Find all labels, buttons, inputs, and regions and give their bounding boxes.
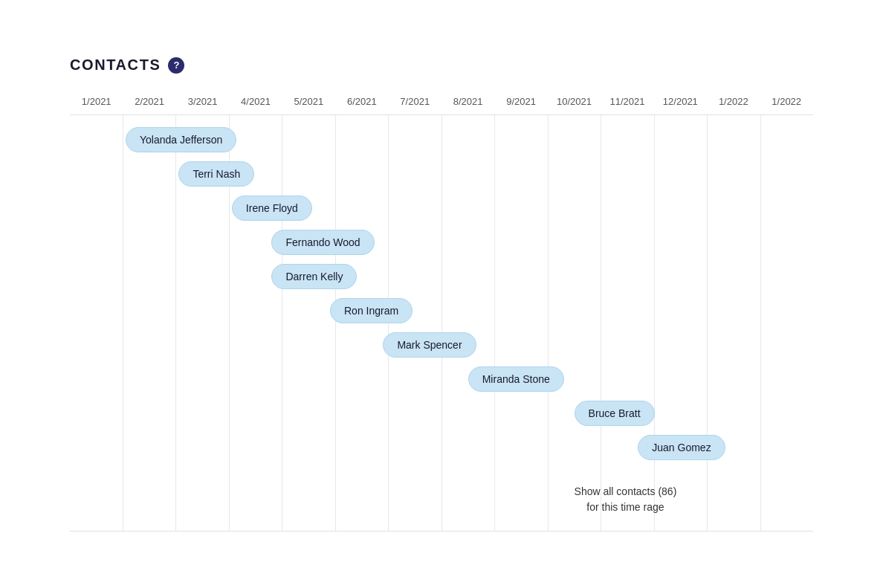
contact-bubble[interactable]: Fernando Wood	[271, 230, 374, 255]
timeline-label: 7/2021	[389, 96, 442, 107]
timeline-label: 6/2021	[335, 96, 388, 107]
grid-line	[549, 115, 602, 531]
timeline-label: 2/2021	[123, 96, 175, 107]
contact-bubble[interactable]: Ron Ingram	[330, 298, 413, 323]
grid-line	[495, 115, 549, 531]
timeline-label: 1/2021	[70, 96, 123, 107]
chart-header: CONTACTS ?	[70, 56, 813, 74]
timeline-label: 4/2021	[229, 96, 282, 107]
contacts-chart: CONTACTS ? 1/20212/20213/20214/20215/202…	[70, 27, 813, 561]
chart-body: Yolanda JeffersonTerri NashIrene FloydFe…	[70, 115, 813, 532]
contact-bubble[interactable]: Mark Spencer	[383, 332, 476, 358]
chart-title: CONTACTS	[70, 56, 161, 74]
contact-bubble[interactable]: Bruce Bratt	[575, 401, 655, 426]
grid-line	[70, 115, 123, 531]
grid-line	[282, 115, 336, 531]
contact-bubble[interactable]: Irene Floyd	[232, 196, 312, 221]
timeline-label: 11/2021	[601, 96, 653, 107]
contact-bubble[interactable]: Miranda Stone	[468, 366, 564, 392]
contact-bubble[interactable]: Terri Nash	[178, 161, 254, 187]
grid-line	[601, 115, 655, 531]
grid-line	[655, 115, 708, 531]
timeline-label: 5/2021	[282, 96, 335, 107]
timeline-label: 1/2022	[707, 96, 760, 107]
grid-line	[442, 115, 496, 531]
show-all-label: Show all contacts (86)for this time rage	[575, 485, 677, 513]
help-icon[interactable]: ?	[168, 57, 184, 74]
timeline-label: 3/2021	[176, 96, 229, 107]
timeline-label: 12/2021	[654, 96, 707, 107]
grid-line	[761, 115, 814, 531]
contact-bubble[interactable]: Yolanda Jefferson	[126, 127, 236, 152]
show-all-contacts[interactable]: Show all contacts (86)for this time rage	[575, 484, 677, 515]
grid-line	[708, 115, 761, 531]
timeline-label: 10/2021	[548, 96, 601, 107]
grid-line	[123, 115, 177, 531]
chart-area: 1/20212/20213/20214/20215/20216/20217/20…	[70, 96, 813, 532]
timeline-label: 9/2021	[494, 96, 547, 107]
timeline-label: 8/2021	[442, 96, 494, 107]
contact-bubble[interactable]: Darren Kelly	[271, 264, 357, 289]
contact-bubble[interactable]: Juan Gomez	[638, 435, 725, 460]
timeline-label: 1/2022	[760, 96, 812, 107]
timeline-header: 1/20212/20213/20214/20215/20216/20217/20…	[70, 96, 813, 115]
